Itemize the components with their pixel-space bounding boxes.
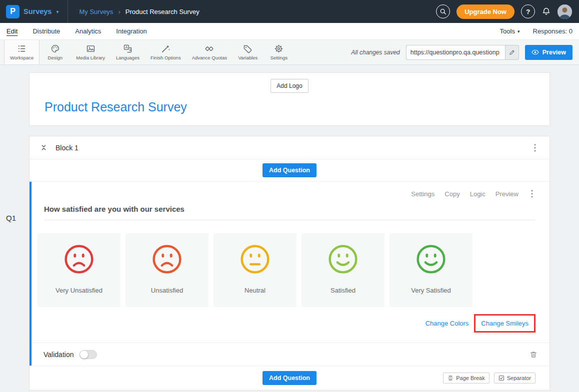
toolbar-item-label: Workspace (10, 55, 34, 60)
page-break-button[interactable]: Page Break (443, 373, 489, 384)
survey-url-input[interactable] (406, 45, 505, 60)
tools-menu[interactable]: Tools▾ (500, 27, 520, 35)
toolbar-item-label: Design (48, 55, 63, 60)
avatar-image (558, 4, 572, 19)
kebab-menu-icon (531, 190, 533, 198)
questionpro-logo[interactable]: P (6, 5, 20, 18)
collapse-block-button[interactable] (40, 144, 47, 151)
happy-smiley-icon (328, 244, 358, 275)
breadcrumb-my-surveys[interactable]: My Surveys (79, 8, 113, 15)
block-footer: Add Question Page Break Separator (30, 366, 550, 390)
nav-tab[interactable]: Analytics (75, 27, 101, 35)
nav-tab[interactable]: Integration (116, 27, 146, 35)
block-menu-button[interactable] (532, 143, 538, 153)
page-break-label: Page Break (456, 375, 484, 381)
validation-toggle[interactable] (80, 350, 97, 359)
app-root: P Surveys ▾ My Surveys › Product Researc… (0, 0, 579, 391)
nav-tab[interactable]: Distribute (32, 27, 60, 35)
block-footer-right: Page Break Separator (443, 373, 536, 384)
toolbar-item[interactable]: Variables (232, 40, 264, 64)
top-header: P Surveys ▾ My Surveys › Product Researc… (0, 0, 579, 23)
add-question-button-bottom[interactable]: Add Question (262, 371, 316, 385)
nav-tab[interactable]: Edit (6, 27, 18, 35)
chevron-down-icon: ▾ (56, 9, 58, 14)
collapse-icon (40, 144, 47, 151)
question-action-link[interactable]: Preview (496, 190, 518, 198)
smiley-option-label: Satisfied (330, 287, 356, 294)
delete-question-button[interactable] (530, 351, 538, 359)
avatar[interactable] (558, 4, 572, 19)
question-body: SettingsCopyLogicPreview How satisfied a… (32, 182, 550, 343)
help-button[interactable]: ? (521, 4, 535, 18)
section-nav: EditDistributeAnalyticsIntegration Tools… (0, 23, 579, 40)
editor-toolbar: Workspace Design Media Library A Languag… (0, 40, 579, 65)
eye-icon (532, 49, 539, 55)
toolbar-item[interactable]: Design (40, 40, 70, 64)
neutral-smiley-icon (240, 244, 270, 275)
edit-url-button[interactable] (505, 45, 519, 60)
survey-title[interactable]: Product Research Survey (44, 100, 550, 114)
smiley-option-label: Very Satisfied (411, 287, 451, 294)
toolbar-item-label: Finish Options (150, 55, 181, 60)
block-header: Block 1 (30, 136, 550, 159)
smiley-option-label: Very Unsatisfied (56, 287, 102, 294)
breadcrumb-separator-icon: › (118, 8, 120, 15)
toggle-knob (80, 351, 88, 359)
change-colors-link[interactable]: Change Colors (426, 320, 469, 327)
block-card: Block 1 Add Question Q1 SettingsCopyLogi… (29, 136, 550, 391)
toolbar-item[interactable]: Finish Options (145, 40, 186, 64)
validation-label: Validation (44, 351, 74, 359)
nav-right: Tools▾ Responses: 0 (500, 27, 572, 35)
notifications-button[interactable] (542, 7, 551, 16)
responses-count[interactable]: Responses: 0 (533, 27, 573, 35)
question-menu-button[interactable] (528, 189, 536, 199)
separator-button[interactable]: Separator (494, 373, 536, 384)
upgrade-now-button[interactable]: Upgrade Now (456, 4, 514, 19)
add-question-button-top[interactable]: Add Question (262, 163, 316, 177)
toolbar-item[interactable]: A Languages (110, 40, 145, 64)
search-button[interactable] (436, 4, 450, 18)
toolbar-item-label: Advance Quotas (192, 55, 227, 60)
smiley-options: Very Unsatisfied Unsatisfied Neutral Sat… (38, 233, 536, 307)
smiley-option[interactable]: Neutral (214, 233, 296, 307)
preview-label: Preview (542, 49, 566, 56)
question-text[interactable]: How satisfied are you with our services (44, 205, 536, 220)
toolbar-item[interactable]: Workspace (4, 40, 40, 64)
add-logo-button[interactable]: Add Logo (270, 79, 308, 93)
toolbar-item-label: Settings (270, 55, 288, 60)
question-actions: SettingsCopyLogicPreview (38, 189, 536, 199)
breadcrumb: My Surveys › Product Research Survey (79, 8, 199, 15)
languages-icon: A (123, 44, 132, 53)
logo-letter: P (10, 7, 16, 16)
smiley-option[interactable]: Unsatisfied (126, 233, 208, 307)
question-action-link[interactable]: Copy (444, 190, 460, 198)
surveys-menu[interactable]: P Surveys ▾ (0, 0, 68, 23)
separator-icon (498, 375, 504, 381)
smiley-option[interactable]: Satisfied (302, 233, 384, 307)
search-icon (440, 8, 446, 15)
toolbar-item[interactable]: Media Library (70, 40, 110, 64)
save-status: All changes saved (351, 49, 400, 56)
toolbar-item-label: Variables (238, 55, 258, 60)
question-action-link[interactable]: Logic (470, 190, 486, 198)
question-mark-icon: ? (526, 8, 530, 15)
toolbar-right: All changes saved Preview (351, 40, 579, 64)
preview-button[interactable]: Preview (525, 45, 572, 60)
chevron-down-icon: ▾ (518, 29, 520, 34)
header-divider (68, 0, 68, 23)
question-action-link[interactable]: Settings (411, 190, 434, 198)
smiley-option[interactable]: Very Unsatisfied (38, 233, 120, 307)
trash-icon (530, 351, 538, 359)
page-break-icon (448, 375, 454, 381)
kebab-menu-icon (534, 144, 536, 152)
survey-url-group (406, 45, 519, 60)
smiley-option[interactable]: Very Satisfied (390, 233, 472, 307)
finish-options-icon (161, 44, 170, 53)
sad-smiley-icon (64, 244, 94, 275)
toolbar-item[interactable]: Settings (264, 40, 294, 64)
toolbar-item[interactable]: Advance Quotas (186, 40, 232, 64)
survey-header-card: Add Logo Product Research Survey (29, 72, 550, 126)
add-logo-row: Add Logo (30, 73, 550, 93)
change-smileys-highlight: Change Smileys (474, 314, 536, 333)
change-smileys-link[interactable]: Change Smileys (481, 320, 528, 327)
